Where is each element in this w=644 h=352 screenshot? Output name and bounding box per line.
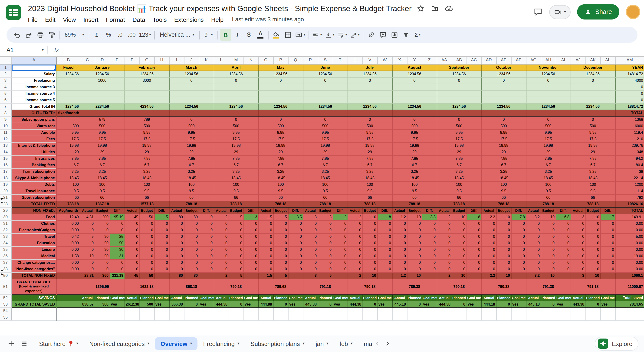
- cell-AD31[interactable]: 0: [481, 220, 496, 227]
- cell-AF52[interactable]: Goal met: [511, 295, 526, 301]
- cell-Q53[interactable]: yes: [288, 301, 303, 308]
- cell-A52[interactable]: SAVINGS: [11, 295, 57, 301]
- cell-F51[interactable]: 1622.18: [124, 279, 169, 295]
- cell-AJ34[interactable]: 0: [570, 240, 586, 246]
- cell-H54[interactable]: [154, 308, 169, 314]
- cell-AK50[interactable]: 10: [586, 272, 600, 279]
- cell-I30[interactable]: 80: [169, 214, 184, 220]
- cell-AI36[interactable]: 0: [556, 253, 570, 259]
- cell-Z54[interactable]: [422, 308, 437, 314]
- cell-X33[interactable]: 0: [392, 233, 407, 240]
- column-header-S[interactable]: S: [318, 57, 333, 64]
- cell-G33[interactable]: 0: [140, 233, 154, 240]
- cell-L34[interactable]: 0: [214, 240, 228, 246]
- cell-U13[interactable]: 19.98: [348, 142, 392, 149]
- column-header-AE[interactable]: AE: [496, 57, 511, 64]
- cell-B15[interactable]: 7.85: [57, 155, 80, 162]
- cell-F5[interactable]: [124, 90, 169, 97]
- cell-F38[interactable]: 0: [124, 266, 140, 272]
- cell-C54[interactable]: [80, 308, 95, 314]
- cell-I53[interactable]: 366.38: [169, 301, 184, 308]
- cell-AG32[interactable]: 0: [526, 227, 541, 233]
- cell-X3[interactable]: 0: [392, 77, 437, 84]
- cell-AF32[interactable]: 0: [511, 227, 526, 233]
- row-header-35[interactable]: 35: [0, 246, 11, 253]
- cell-AJ18[interactable]: 18.45: [570, 175, 615, 181]
- cell-I54[interactable]: [169, 308, 184, 314]
- cell-L14[interactable]: 29: [214, 149, 258, 155]
- cell-R33[interactable]: 0: [303, 233, 318, 240]
- cell-AG18[interactable]: 18.45: [526, 175, 570, 181]
- cell-M32[interactable]: 0: [228, 227, 244, 233]
- cell-I51[interactable]: 868.18: [169, 279, 214, 295]
- cell-AJ4[interactable]: [570, 84, 615, 90]
- cell-AF34[interactable]: 0: [511, 240, 526, 246]
- cell-B50[interactable]: [57, 272, 80, 279]
- cell-U29[interactable]: Actual: [348, 207, 362, 214]
- cell-AM10[interactable]: 6000: [615, 123, 644, 129]
- cell-AI37[interactable]: 0: [556, 259, 570, 266]
- cell-B29[interactable]: Avg/month: [57, 207, 80, 214]
- cell-AG11[interactable]: 9.95: [526, 129, 570, 136]
- cell-R10[interactable]: 500: [303, 123, 348, 129]
- cell-B10[interactable]: 500: [57, 123, 80, 129]
- cell-O32[interactable]: 0: [258, 227, 273, 233]
- cell-AB52[interactable]: Planned: [452, 295, 466, 301]
- cell-R1[interactable]: June: [303, 64, 348, 71]
- cell-X32[interactable]: 0: [392, 227, 407, 233]
- cell-H52[interactable]: Goal met: [154, 295, 169, 301]
- cell-AJ6[interactable]: [570, 97, 615, 103]
- cell-A20[interactable]: Travel insurance: [11, 188, 57, 194]
- cell-AJ5[interactable]: [570, 90, 615, 97]
- cell-C9[interactable]: 579: [80, 116, 124, 123]
- cell-J53[interactable]: 0: [184, 301, 199, 308]
- row-header-29[interactable]: 29: [0, 207, 11, 214]
- cell-AD2[interactable]: 1234.56: [481, 71, 526, 77]
- cell-U51[interactable]: 790.18: [348, 279, 392, 295]
- tab-jan[interactable]: jan▾: [310, 337, 334, 350]
- cell-R52[interactable]: Actual: [303, 295, 318, 301]
- cell-R12[interactable]: 17.5: [303, 136, 348, 142]
- cell-AD6[interactable]: [481, 97, 526, 103]
- cell-C8[interactable]: [80, 110, 124, 116]
- row-header-50[interactable]: 50: [0, 272, 11, 279]
- grid-corner[interactable]: [0, 57, 11, 64]
- cell-G38[interactable]: 0: [140, 266, 154, 272]
- cell-AD18[interactable]: 18.45: [481, 175, 526, 181]
- cell-G37[interactable]: 0: [140, 259, 154, 266]
- cell-A15[interactable]: Insurances: [11, 155, 57, 162]
- cell-L8[interactable]: [214, 110, 258, 116]
- cell-R4[interactable]: [303, 84, 348, 90]
- cell-I33[interactable]: 0: [169, 233, 184, 240]
- column-header-AK[interactable]: AK: [586, 57, 600, 64]
- cell-AJ31[interactable]: 0: [570, 220, 586, 227]
- cell-D54[interactable]: [95, 308, 110, 314]
- cell-D36[interactable]: 50: [95, 253, 110, 259]
- cell-S31[interactable]: 0: [318, 220, 333, 227]
- cell-Y50[interactable]: 10: [407, 272, 422, 279]
- cell-AB54[interactable]: [452, 308, 466, 314]
- cell-K38[interactable]: 0: [199, 266, 214, 272]
- cell-AA18[interactable]: 18.45: [437, 175, 481, 181]
- cell-H32[interactable]: 0: [154, 227, 169, 233]
- cell-AJ35[interactable]: 0: [570, 246, 586, 253]
- menu-tools[interactable]: Tools: [149, 15, 170, 24]
- cell-L12[interactable]: 17.5: [214, 136, 258, 142]
- cell-S54[interactable]: [318, 308, 333, 314]
- cell-A33[interactable]: Travel: [11, 233, 57, 240]
- cell-D38[interactable]: 0: [95, 266, 110, 272]
- cell-E54[interactable]: [110, 308, 124, 314]
- cell-S52[interactable]: Planned: [318, 295, 333, 301]
- cell-Z32[interactable]: 0: [422, 227, 437, 233]
- cell-I20[interactable]: 9.5: [169, 188, 214, 194]
- cell-H55[interactable]: [154, 314, 169, 321]
- cell-AB55[interactable]: [452, 314, 466, 321]
- cell-AI34[interactable]: 0: [556, 240, 570, 246]
- column-header-F[interactable]: F: [124, 57, 140, 64]
- row-header-15[interactable]: 15: [0, 155, 11, 162]
- cell-N52[interactable]: Goal met: [244, 295, 258, 301]
- cell-V31[interactable]: 0: [362, 220, 377, 227]
- tab-feb[interactable]: feb▾: [334, 337, 358, 350]
- column-header-AA[interactable]: AA: [437, 57, 452, 64]
- cell-I38[interactable]: 0: [169, 266, 184, 272]
